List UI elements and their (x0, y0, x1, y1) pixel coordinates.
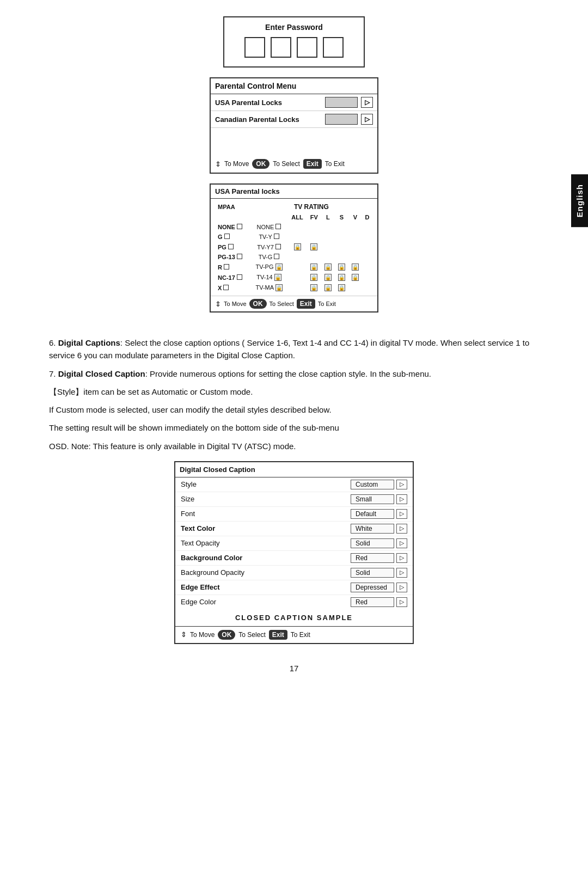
main-content: 6. Digital Captions: Select the close ca… (49, 336, 539, 653)
setting-note: The setting result will be shown immedia… (49, 421, 539, 434)
dcc-text-color-value: White (351, 524, 394, 534)
dcc-size-arrow[interactable]: ▷ (396, 494, 407, 504)
parental-menu-title: Parental Control Menu (211, 78, 377, 94)
item7-bold: Digital Closed Caption (58, 369, 145, 378)
dcc-row-edge-effect[interactable]: Edge Effect Depressed ▷ (175, 580, 413, 595)
dcc-font-value: Default (351, 509, 394, 519)
dcc-style-arrow[interactable]: ▷ (396, 480, 407, 489)
col-tv-empty (251, 213, 287, 222)
dcc-bg-opacity-arrow[interactable]: ▷ (396, 568, 407, 578)
dcc-text-opacity-right: Solid ▷ (351, 538, 407, 548)
dcc-size-right: Small ▷ (351, 494, 407, 504)
dcc-select-label: To Select (238, 631, 265, 639)
table-row: R TV-PG 🔒 🔒 🔒 🔒 🔒 (216, 262, 372, 272)
password-box-2[interactable] (271, 37, 291, 58)
dcc-exit-label: To Exit (291, 631, 310, 639)
table-row: X TV-MA 🔒 🔒 🔒 🔒 (216, 283, 372, 292)
table-row: NC-17 TV-14 🔒 🔒 🔒 🔒 🔒 (216, 273, 372, 282)
dcc-row-bg-opacity[interactable]: Background Opacity Solid ▷ (175, 566, 413, 580)
usa-ok-btn[interactable]: OK (249, 299, 267, 309)
dcc-edge-color-arrow[interactable]: ▷ (396, 597, 407, 607)
col-s: S (335, 213, 348, 222)
password-boxes (244, 37, 344, 58)
dcc-text-color-arrow[interactable]: ▷ (396, 524, 407, 534)
dcc-text-opacity-arrow[interactable]: ▷ (396, 538, 407, 548)
table-row: PG TV-Y7 🔒 🔒 (216, 242, 372, 252)
mpaa-header: MPAA (216, 202, 250, 212)
move-icon: ⇕ (215, 160, 221, 168)
item6-rest: : Select the close caption options ( Ser… (49, 338, 529, 360)
dcc-move-label: To Move (190, 631, 215, 639)
dcc-edge-effect-arrow[interactable]: ▷ (396, 583, 407, 592)
dcc-row-bg-color[interactable]: Background Color Red ▷ (175, 551, 413, 566)
dcc-row-style[interactable]: Style Custom ▷ (175, 477, 413, 492)
canadian-row-right: ▷ (325, 114, 373, 125)
col-l: L (322, 213, 334, 222)
col-mpaa-empty (216, 213, 250, 222)
dcc-caption-sample: CLOSED CAPTION SAMPLE (175, 609, 413, 627)
usa-row-right: ▷ (325, 97, 373, 108)
dcc-edge-effect-right: Depressed ▷ (351, 583, 407, 592)
usa-exit-label: To Exit (318, 301, 336, 307)
dcc-font-arrow[interactable]: ▷ (396, 509, 407, 519)
dcc-font-right: Default ▷ (351, 509, 407, 519)
table-row: NONE NONE (216, 223, 372, 231)
dcc-font-label: Font (181, 510, 246, 518)
canadian-arrow[interactable]: ▷ (361, 114, 373, 125)
dcc-ok-btn[interactable]: OK (218, 630, 235, 640)
password-box-4[interactable] (323, 37, 344, 58)
osd-note: OSD. Note: This feature is only availabl… (49, 440, 539, 452)
dcc-bg-opacity-right: Solid ▷ (351, 568, 407, 578)
col-fv: FV (308, 213, 321, 222)
parental-menu-spacer (211, 128, 377, 155)
usa-exit-btn[interactable]: Exit (297, 299, 315, 309)
dcc-edge-color-value: Red (351, 597, 394, 607)
dcc-edge-effect-label: Edge Effect (181, 583, 246, 591)
dcc-bg-color-label: Background Color (181, 554, 246, 562)
dcc-style-label: Style (181, 480, 246, 488)
canadian-parental-locks-label: Canadian Parental Locks (215, 115, 299, 124)
parental-menu-footer: ⇕ To Move OK To Select Exit To Exit (211, 155, 377, 173)
custom-note: If Custom mode is selected, user can mod… (49, 403, 539, 416)
dcc-edge-effect-value: Depressed (351, 583, 394, 592)
dcc-bg-color-arrow[interactable]: ▷ (396, 553, 407, 563)
usa-arrow[interactable]: ▷ (361, 97, 373, 108)
tv-rating-header: TV RATING (251, 202, 372, 212)
parental-control-menu: Parental Control Menu USA Parental Locks… (210, 77, 378, 174)
item7-paragraph: 7. Digital Closed Caption: Provide numer… (49, 367, 539, 380)
dcc-row-size[interactable]: Size Small ▷ (175, 492, 413, 507)
dcc-row-text-opacity[interactable]: Text Opacity Solid ▷ (175, 536, 413, 551)
dcc-size-label: Size (181, 495, 246, 503)
dcc-style-right: Custom ▷ (351, 480, 407, 489)
dcc-bg-color-right: Red ▷ (351, 553, 407, 563)
dcc-row-font[interactable]: Font Default ▷ (175, 507, 413, 522)
dcc-bg-color-value: Red (351, 553, 394, 563)
usa-select-label: To Select (270, 301, 294, 307)
canadian-parental-locks-row[interactable]: Canadian Parental Locks ▷ (211, 111, 377, 128)
dcc-exit-btn[interactable]: Exit (269, 630, 287, 640)
enter-password-title: Enter Password (265, 23, 323, 32)
dcc-style-value: Custom (351, 480, 394, 489)
item6-bold: Digital Captions (58, 338, 120, 347)
usa-parental-locks-label: USA Parental Locks (215, 99, 282, 107)
parental-ok-btn[interactable]: OK (252, 159, 270, 169)
usa-parental-locks-row[interactable]: USA Parental Locks ▷ (211, 94, 377, 111)
usa-move-icon: ⇕ (215, 300, 221, 308)
item7-rest: : Provide numerous options for setting t… (145, 369, 431, 378)
top-menus-section: Enter Password Parental Control Menu USA… (210, 16, 378, 326)
item6-paragraph: 6. Digital Captions: Select the close ca… (49, 336, 539, 362)
usa-value-box (325, 97, 358, 108)
usa-locks-section: USA Parental locks MPAA TV RATING ALL FV… (210, 183, 378, 313)
dcc-title: Digital Closed Caption (175, 462, 413, 477)
col-v: V (349, 213, 362, 222)
col-d: D (363, 213, 372, 222)
password-box-3[interactable] (297, 37, 317, 58)
parental-exit-btn[interactable]: Exit (303, 159, 322, 169)
password-box-1[interactable] (244, 37, 265, 58)
dcc-row-text-color[interactable]: Text Color White ▷ (175, 522, 413, 536)
style-note: 【Style】item can be set as Automatic or C… (49, 385, 539, 398)
dcc-text-color-right: White ▷ (351, 524, 407, 534)
dcc-row-edge-color[interactable]: Edge Color Red ▷ (175, 595, 413, 609)
usa-locks-footer: ⇕ To Move OK To Select Exit To Exit (211, 296, 377, 311)
dcc-text-opacity-value: Solid (351, 538, 394, 548)
